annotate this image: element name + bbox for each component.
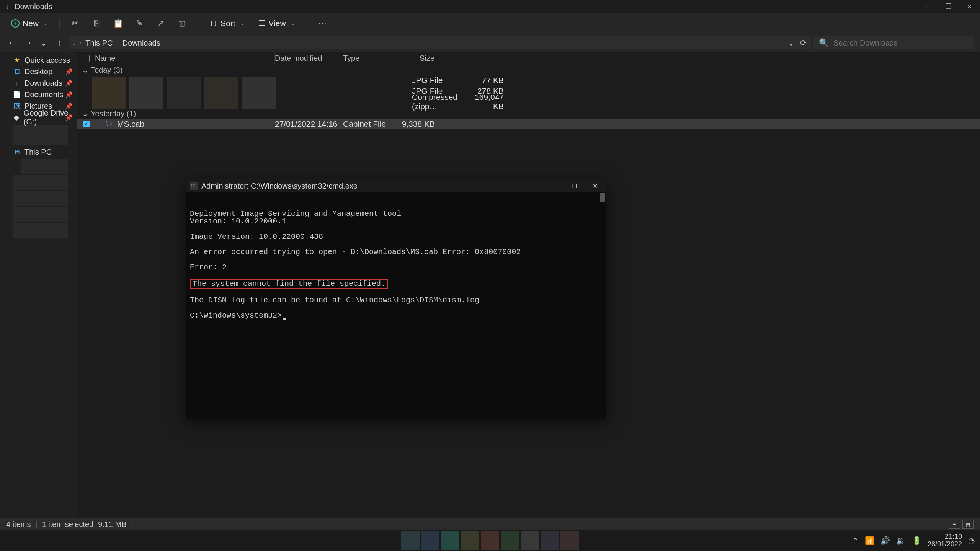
sidebar-redacted: [13, 207, 68, 222]
pin-icon: 📌: [65, 91, 73, 98]
notifications-icon[interactable]: ◔: [968, 536, 975, 545]
file-row-ms-cab[interactable]: ✓ 🛡 MS.cab 27/01/2022 14:16 Cabinet File…: [77, 119, 980, 129]
chevron-down-icon: ⌄: [82, 65, 88, 75]
cmd-output[interactable]: Deployment Image Servicing and Managemen…: [186, 192, 606, 419]
taskbar-app[interactable]: [541, 531, 559, 550]
taskbar-app[interactable]: [481, 531, 499, 550]
cmd-cursor: [283, 318, 286, 320]
file-row[interactable]: JPG File 77 KB: [344, 75, 512, 86]
sidebar-item-documents[interactable]: 📄 Documents 📌: [0, 89, 77, 100]
battery-icon[interactable]: 🔋: [912, 536, 921, 545]
clock-time: 21:10: [928, 533, 962, 541]
group-today[interactable]: ⌄ Today (3): [77, 65, 980, 75]
navigation-sidebar: ★ Quick access 🖥 Desktop 📌 ↓ Downloads 📌…: [0, 52, 77, 518]
wifi-icon[interactable]: 📶: [865, 536, 874, 545]
chevron-right-icon: ›: [80, 39, 82, 46]
cmd-title: Administrator: C:\Windows\system32\cmd.e…: [201, 182, 358, 191]
rename-button[interactable]: ✎: [130, 16, 149, 31]
status-items: 4 items: [6, 520, 31, 529]
select-all-checkbox[interactable]: [83, 55, 90, 62]
maximize-button[interactable]: ❐: [938, 0, 959, 13]
downloads-folder-icon: ↓: [4, 3, 11, 10]
more-button[interactable]: ⋯: [313, 16, 332, 31]
file-size: 9,338 KB: [400, 119, 439, 129]
taskbar-app[interactable]: [501, 531, 519, 550]
status-bar: 4 items | 1 item selected 9.11 MB | ≡ ▦: [0, 518, 980, 530]
sidebar-item-quick-access[interactable]: ★ Quick access: [0, 54, 77, 66]
breadcrumb-dropdown-icon[interactable]: ⌄: [788, 38, 795, 47]
toolbar: + New ⌄ ✂ ⎘ 📋 ✎ ↗ 🗑 ↑↓ Sort ⌄ ☰ View ⌄ ⋯: [0, 13, 980, 34]
sidebar-item-google-drive[interactable]: ◆ Google Drive (G:) 📌: [0, 112, 77, 123]
sidebar-redacted: [13, 175, 68, 190]
cmd-titlebar[interactable]: C:\ Administrator: C:\Windows\system32\c…: [186, 179, 606, 192]
address-bar: ← → ⌄ ↑ ↓ › This PC › Downloads ⌄ ⟳ 🔍: [0, 34, 980, 52]
search-input[interactable]: [833, 39, 969, 47]
column-type[interactable]: Type: [343, 52, 400, 65]
paste-button[interactable]: 📋: [109, 16, 127, 31]
separator: [198, 18, 198, 29]
pin-icon: 📌: [65, 68, 73, 75]
group-yesterday[interactable]: ⌄ Yesterday (1): [77, 109, 980, 119]
back-button[interactable]: ←: [6, 36, 19, 49]
volume-icon-2[interactable]: 🔉: [896, 536, 906, 545]
cmd-maximize-button[interactable]: ☐: [564, 179, 585, 192]
breadcrumb[interactable]: ↓ › This PC › Downloads ⌄ ⟳: [69, 36, 811, 49]
separator: [307, 18, 307, 29]
chevron-down-icon: ⌄: [43, 20, 48, 26]
file-row[interactable]: Compressed (zipp… 169,047 KB: [344, 96, 512, 107]
search-box[interactable]: 🔍: [813, 36, 974, 49]
taskbar-app[interactable]: [421, 531, 439, 550]
view-label: View: [269, 19, 286, 28]
copy-button[interactable]: ⎘: [87, 16, 106, 31]
volume-icon[interactable]: 🔊: [880, 536, 890, 545]
taskbar-app[interactable]: [560, 531, 579, 550]
column-date[interactable]: Date modified: [275, 52, 343, 65]
tray-overflow-icon[interactable]: ⌃: [852, 536, 859, 545]
recent-button[interactable]: ⌄: [37, 36, 50, 49]
close-button[interactable]: ✕: [959, 0, 980, 13]
sidebar-item-desktop[interactable]: 🖥 Desktop 📌: [0, 66, 77, 77]
taskbar-app[interactable]: [461, 531, 479, 550]
cmd-minimize-button[interactable]: ─: [542, 179, 564, 192]
cut-button[interactable]: ✂: [66, 16, 84, 31]
downloads-icon: ↓: [72, 39, 76, 47]
share-button[interactable]: ↗: [152, 16, 170, 31]
new-button[interactable]: + New ⌄: [6, 16, 53, 31]
status-size: 9.11 MB: [98, 520, 126, 529]
sort-label: Sort: [220, 19, 235, 28]
taskbar-app[interactable]: [401, 531, 420, 550]
column-name[interactable]: Name: [92, 52, 275, 65]
forward-button[interactable]: →: [21, 36, 34, 49]
delete-button[interactable]: 🗑: [173, 16, 191, 31]
up-button[interactable]: ↑: [53, 36, 66, 49]
cmd-close-button[interactable]: ✕: [585, 179, 606, 192]
column-size[interactable]: Size: [400, 52, 439, 65]
minimize-button[interactable]: ─: [917, 0, 938, 13]
chevron-down-icon: ⌄: [82, 109, 88, 118]
sidebar-item-downloads[interactable]: ↓ Downloads 📌: [0, 77, 77, 89]
view-button[interactable]: ☰ View ⌄: [253, 16, 301, 31]
sidebar-item-this-pc[interactable]: 🖥 This PC: [0, 146, 77, 158]
thumbnails-view-toggle[interactable]: ▦: [962, 520, 974, 529]
sidebar-redacted: [21, 159, 68, 174]
chevron-down-icon: ⌄: [291, 20, 295, 26]
documents-icon: 📄: [13, 90, 21, 99]
pin-icon: 📌: [65, 80, 73, 87]
sidebar-redacted: [13, 125, 68, 145]
taskbar-app[interactable]: [441, 531, 459, 550]
download-icon: ↓: [13, 79, 21, 87]
sort-button[interactable]: ↑↓ Sort ⌄: [204, 16, 250, 31]
details-view-toggle[interactable]: ≡: [949, 520, 960, 529]
breadcrumb-downloads[interactable]: Downloads: [122, 39, 160, 47]
refresh-button[interactable]: ⟳: [800, 38, 807, 47]
breadcrumb-this-pc[interactable]: This PC: [85, 39, 113, 47]
file-checkbox[interactable]: ✓: [83, 121, 90, 127]
taskbar-app[interactable]: [521, 531, 539, 550]
drive-icon: ◆: [13, 113, 20, 122]
cmd-scrollbar[interactable]: [600, 193, 605, 202]
pin-icon: 📌: [65, 114, 73, 121]
separator: [59, 18, 60, 29]
clock[interactable]: 21:10 28/01/2022: [928, 533, 962, 548]
clock-date: 28/01/2022: [928, 541, 962, 548]
file-name: MS.cab: [117, 119, 144, 129]
